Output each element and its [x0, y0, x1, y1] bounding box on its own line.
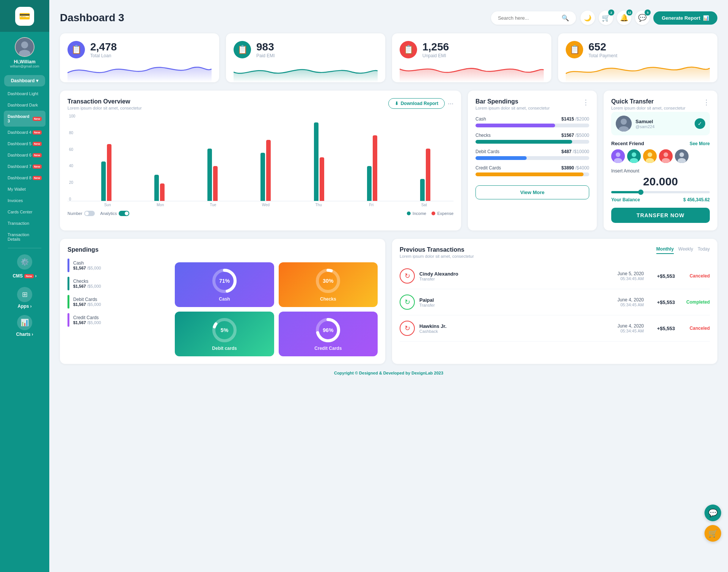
floating-buttons: 💬 🛒 [704, 505, 721, 542]
tab-today[interactable]: Today [698, 246, 710, 254]
legend-income-label: Income [413, 211, 426, 216]
sidebar-item-dashboard-dark[interactable]: Dashboard Dark [4, 99, 46, 111]
middle-row: Transaction Overview Lorem ipsum dolor s… [60, 91, 717, 230]
paid-emi-icon: 📋 [234, 41, 251, 58]
donut-grid: 71% Cash 30% Checks [175, 262, 378, 356]
cms-new-badge: New [24, 274, 33, 278]
see-more-link[interactable]: See More [690, 141, 710, 146]
chat-btn[interactable]: 💬 5 [635, 11, 650, 25]
credit-progress-fill [475, 172, 584, 176]
sidebar-item-dashboard-8[interactable]: Dashboard 8 New [4, 172, 46, 183]
paid-emi-number: 983 [256, 41, 275, 53]
sidebar-item-invoices[interactable]: Invoices [4, 195, 46, 206]
footer-brand: DexignLab [411, 371, 434, 375]
search-input[interactable] [498, 15, 559, 21]
dashboard-btn-label: Dashboard [11, 78, 35, 83]
donut-credit-pct: 96% [323, 327, 333, 333]
cart-float-btn[interactable]: 🛒 [704, 525, 721, 542]
spending-item-cash: Cash $1,567 /$5,000 [67, 259, 169, 272]
sidebar-item-transaction[interactable]: Transaction [4, 218, 46, 229]
bar-teal-thu [314, 122, 318, 201]
txn-icon-3: ↻ [400, 321, 415, 336]
sidebar-item-cards-center[interactable]: Cards Center [4, 206, 46, 218]
svg-point-10 [632, 152, 636, 157]
friend-avatar-4 [659, 149, 673, 163]
tab-monthly[interactable]: Monthly [656, 246, 674, 254]
recent-friend-label: Recent Friend [611, 141, 644, 146]
support-float-btn[interactable]: 💬 [704, 505, 721, 521]
svg-point-19 [679, 152, 684, 157]
stat-card-unpaid-emi: 📋 1,256 Unpaid EMI [392, 33, 551, 82]
sidebar-item-cms[interactable]: ⚙️ CMS New › [4, 251, 46, 284]
cash-progress-fill [475, 124, 555, 127]
sidebar-item-my-wallet[interactable]: My Wallet [4, 183, 46, 195]
sidebar: 💳 Hi,William william@gmail.com Dashboard… [0, 0, 49, 572]
quick-transfer-more-btn[interactable]: ⋮ [703, 98, 710, 107]
spendings-bottom-title: Spendings [67, 246, 378, 253]
sidebar-username: Hi,William [14, 59, 35, 64]
view-more-button[interactable]: View More [475, 185, 589, 199]
theme-toggle-btn[interactable]: 🌙 [581, 11, 595, 25]
donut-cash-label: Cash [219, 296, 230, 302]
cart-btn[interactable]: 🛒 2 [599, 11, 613, 25]
friend-avatar-3 [643, 149, 657, 163]
generate-report-button[interactable]: Generate Report 📊 [653, 11, 717, 25]
chat-badge: 5 [645, 9, 651, 16]
checks-color [67, 277, 69, 290]
spending-row-checks: Checks $1567 /$5000 [475, 133, 589, 144]
txn-name-1: Cindy Alexandro [419, 271, 605, 277]
bar-red-sun [107, 144, 111, 201]
donut-cash: 71% Cash [175, 262, 274, 307]
download-report-button[interactable]: ⬇ Download Report [388, 98, 445, 109]
search-bar[interactable]: 🔍 [491, 11, 576, 25]
analytics-toggle[interactable] [119, 211, 129, 216]
txn-type-2: Transfer [419, 303, 605, 307]
sidebar-item-label: Dashboard 8 [8, 176, 33, 180]
sidebar-item-dashboard-4[interactable]: Dashboard 4 New [4, 127, 46, 138]
sidebar-item-transaction-details[interactable]: Transaction Details [4, 229, 46, 245]
txn-name-2: Paipal [419, 297, 605, 303]
more-options-btn[interactable]: ··· [448, 100, 453, 108]
amount-display: 20.000 [611, 175, 710, 188]
txn-type-3: Cashback [419, 329, 605, 334]
new-badge: New [33, 142, 42, 146]
txn-date-3: June 4, 2020 05:34:45 AM [610, 323, 644, 333]
spending-row-credit-cards: Credit Cards $3890 /$4000 [475, 165, 589, 176]
sidebar-item-dashboard-7[interactable]: Dashboard 7 New [4, 161, 46, 172]
donut-debit: 5% Debit cards [175, 312, 274, 356]
bar-group-tue [187, 149, 238, 201]
sidebar-item-apps[interactable]: ⊞ Apps › [4, 284, 46, 312]
chevron-right-icon: › [35, 273, 37, 279]
number-toggle[interactable] [84, 211, 95, 216]
total-payment-icon: 📋 [566, 41, 583, 58]
friend-avatar-1 [611, 149, 625, 163]
dashboard-dropdown-btn[interactable]: Dashboard ▾ [4, 75, 46, 86]
chat-icon: 💬 [638, 14, 646, 22]
sidebar-nav: Dashboard Light Dashboard Dark Dashboard… [0, 88, 49, 340]
download-icon: ⬇ [395, 101, 399, 106]
bar-spendings-more-btn[interactable]: ⋮ [582, 98, 589, 107]
header: Dashboard 3 🔍 🌙 🛒 2 🔔 12 💬 5 Generate Re… [60, 11, 717, 25]
bell-badge: 12 [626, 9, 632, 16]
amount-slider[interactable] [611, 191, 710, 193]
sidebar-item-dashboard-5[interactable]: Dashboard 5 New [4, 138, 46, 149]
bell-btn[interactable]: 🔔 12 [617, 11, 631, 25]
sidebar-item-dashboard-6[interactable]: Dashboard 6 New [4, 149, 46, 161]
spendings-bottom-card: Spendings Cash $1,567 /$5,000 [60, 239, 385, 364]
sidebar-item-dashboard-3[interactable]: Dashboard 3 New [4, 111, 46, 127]
sidebar-item-label: Dashboard 7 [8, 164, 33, 169]
spending-item-debit-cards: Debit Cards $1,567 /$5,000 [67, 295, 169, 309]
txn-row-3: ↻ Hawkins Jr. Cashback June 4, 2020 05:3… [400, 315, 710, 342]
sidebar-item-label: Dashboard Light [8, 91, 42, 96]
bar-group-sat [400, 149, 450, 201]
transfer-now-button[interactable]: TRANSFER NOW [611, 208, 710, 223]
total-payment-number: 652 [588, 41, 617, 53]
sidebar-email: william@gmail.com [10, 64, 39, 68]
sidebar-item-dashboard-light[interactable]: Dashboard Light [4, 88, 46, 99]
bar-group-thu [294, 122, 344, 201]
sidebar-item-charts[interactable]: 📊 Charts › [4, 312, 46, 340]
txn-name-3: Hawkins Jr. [419, 323, 605, 329]
stat-card-total-payment: 📋 652 Total Payment [558, 33, 717, 82]
quick-transfer-subtitle: Lorem ipsum dolor sit amet, consectetur [611, 106, 686, 110]
tab-weekly[interactable]: Weekly [678, 246, 693, 254]
